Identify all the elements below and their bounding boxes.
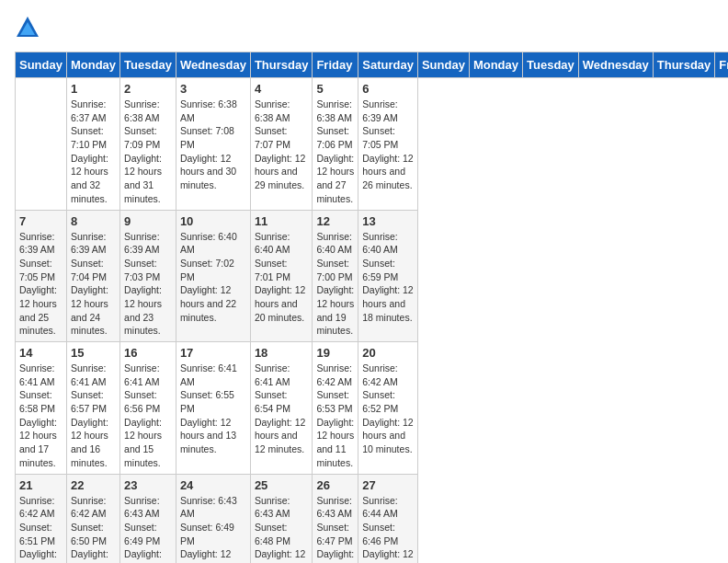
- calendar-cell: 9Sunrise: 6:39 AMSunset: 7:03 PMDaylight…: [120, 210, 176, 342]
- cell-info: Sunrise: 6:41 AMSunset: 6:57 PMDaylight:…: [71, 362, 116, 470]
- cell-info: Sunrise: 6:42 AMSunset: 6:51 PMDaylight:…: [19, 494, 63, 564]
- day-number: 26: [316, 478, 354, 492]
- cell-info: Sunrise: 6:40 AMSunset: 7:00 PMDaylight:…: [316, 230, 354, 339]
- col-header-friday: Friday: [313, 52, 358, 78]
- calendar-cell: 22Sunrise: 6:42 AMSunset: 6:50 PMDayligh…: [66, 474, 119, 563]
- cell-info: Sunrise: 6:39 AMSunset: 7:05 PMDaylight:…: [362, 98, 414, 192]
- col-header-saturday: Saturday: [358, 52, 418, 78]
- calendar-cell: 11Sunrise: 6:40 AMSunset: 7:01 PMDayligh…: [250, 210, 313, 342]
- calendar-cell: 12Sunrise: 6:40 AMSunset: 7:00 PMDayligh…: [313, 210, 358, 342]
- calendar-cell: 21Sunrise: 6:42 AMSunset: 6:51 PMDayligh…: [16, 474, 67, 563]
- day-number: 6: [362, 82, 414, 96]
- day-number: 1: [71, 82, 116, 96]
- cell-info: Sunrise: 6:41 AMSunset: 6:55 PMDaylight:…: [180, 362, 246, 456]
- col-header-thursday: Thursday: [653, 52, 715, 78]
- day-number: 9: [124, 214, 172, 228]
- calendar-cell: 14Sunrise: 6:41 AMSunset: 6:58 PMDayligh…: [16, 342, 67, 475]
- calendar-cell: 23Sunrise: 6:43 AMSunset: 6:49 PMDayligh…: [120, 474, 176, 563]
- calendar-week-row: 21Sunrise: 6:42 AMSunset: 6:51 PMDayligh…: [16, 474, 729, 563]
- col-header-monday: Monday: [66, 52, 119, 78]
- logo-icon: [15, 15, 40, 40]
- col-header-monday: Monday: [469, 52, 522, 78]
- calendar-cell: 26Sunrise: 6:43 AMSunset: 6:47 PMDayligh…: [313, 474, 358, 563]
- day-number: 10: [180, 214, 246, 228]
- day-number: 20: [362, 346, 414, 360]
- logo: [15, 15, 44, 40]
- day-number: 22: [71, 478, 116, 492]
- cell-info: Sunrise: 6:39 AMSunset: 7:04 PMDaylight:…: [71, 230, 116, 339]
- calendar-cell: 3Sunrise: 6:38 AMSunset: 7:08 PMDaylight…: [176, 78, 250, 211]
- cell-info: Sunrise: 6:39 AMSunset: 7:03 PMDaylight:…: [124, 230, 172, 339]
- calendar-cell: 2Sunrise: 6:38 AMSunset: 7:09 PMDaylight…: [120, 78, 176, 211]
- day-number: 15: [71, 346, 116, 360]
- cell-info: Sunrise: 6:42 AMSunset: 6:50 PMDaylight:…: [71, 494, 116, 564]
- day-number: 13: [362, 214, 414, 228]
- calendar-cell: 16Sunrise: 6:41 AMSunset: 6:56 PMDayligh…: [120, 342, 176, 475]
- day-number: 17: [180, 346, 246, 360]
- cell-info: Sunrise: 6:43 AMSunset: 6:48 PMDaylight:…: [255, 494, 309, 564]
- day-number: 12: [316, 214, 354, 228]
- day-number: 23: [124, 478, 172, 492]
- calendar-cell: 4Sunrise: 6:38 AMSunset: 7:07 PMDaylight…: [250, 78, 313, 211]
- col-header-tuesday: Tuesday: [120, 52, 176, 78]
- calendar-cell: 18Sunrise: 6:41 AMSunset: 6:54 PMDayligh…: [250, 342, 313, 475]
- cell-info: Sunrise: 6:38 AMSunset: 7:08 PMDaylight:…: [180, 98, 246, 192]
- day-number: 18: [255, 346, 309, 360]
- day-number: 27: [362, 478, 414, 492]
- cell-info: Sunrise: 6:44 AMSunset: 6:46 PMDaylight:…: [362, 494, 414, 564]
- day-number: 8: [71, 214, 116, 228]
- cell-info: Sunrise: 6:43 AMSunset: 6:49 PMDaylight:…: [180, 494, 246, 564]
- col-header-friday: Friday: [715, 52, 728, 78]
- day-number: 21: [19, 478, 63, 492]
- col-header-sunday: Sunday: [16, 52, 67, 78]
- cell-info: Sunrise: 6:40 AMSunset: 6:59 PMDaylight:…: [362, 230, 414, 325]
- col-header-wednesday: Wednesday: [176, 52, 250, 78]
- calendar-header-row: SundayMondayTuesdayWednesdayThursdayFrid…: [16, 52, 729, 78]
- day-number: 4: [255, 82, 309, 96]
- calendar-cell: 8Sunrise: 6:39 AMSunset: 7:04 PMDaylight…: [66, 210, 119, 342]
- day-number: 2: [124, 82, 172, 96]
- calendar-cell: 1Sunrise: 6:37 AMSunset: 7:10 PMDaylight…: [66, 78, 119, 211]
- cell-info: Sunrise: 6:38 AMSunset: 7:07 PMDaylight:…: [255, 98, 309, 192]
- calendar-cell: 13Sunrise: 6:40 AMSunset: 6:59 PMDayligh…: [358, 210, 418, 342]
- col-header-wednesday: Wednesday: [578, 52, 653, 78]
- calendar-week-row: 1Sunrise: 6:37 AMSunset: 7:10 PMDaylight…: [16, 78, 729, 211]
- calendar-cell: 15Sunrise: 6:41 AMSunset: 6:57 PMDayligh…: [66, 342, 119, 475]
- cell-info: Sunrise: 6:38 AMSunset: 7:06 PMDaylight:…: [316, 98, 354, 206]
- calendar-week-row: 7Sunrise: 6:39 AMSunset: 7:05 PMDaylight…: [16, 210, 729, 342]
- calendar-cell: 10Sunrise: 6:40 AMSunset: 7:02 PMDayligh…: [176, 210, 250, 342]
- calendar-cell: 27Sunrise: 6:44 AMSunset: 6:46 PMDayligh…: [358, 474, 418, 563]
- day-number: 14: [19, 346, 63, 360]
- col-header-tuesday: Tuesday: [523, 52, 579, 78]
- cell-info: Sunrise: 6:39 AMSunset: 7:05 PMDaylight:…: [19, 230, 63, 339]
- cell-info: Sunrise: 6:42 AMSunset: 6:53 PMDaylight:…: [316, 362, 354, 470]
- cell-info: Sunrise: 6:43 AMSunset: 6:49 PMDaylight:…: [124, 494, 172, 564]
- cell-info: Sunrise: 6:43 AMSunset: 6:47 PMDaylight:…: [316, 494, 354, 564]
- calendar-cell: 20Sunrise: 6:42 AMSunset: 6:52 PMDayligh…: [358, 342, 418, 475]
- day-number: 11: [255, 214, 309, 228]
- calendar-cell: 7Sunrise: 6:39 AMSunset: 7:05 PMDaylight…: [16, 210, 67, 342]
- calendar-cell: 24Sunrise: 6:43 AMSunset: 6:49 PMDayligh…: [176, 474, 250, 563]
- cell-info: Sunrise: 6:40 AMSunset: 7:02 PMDaylight:…: [180, 230, 246, 325]
- cell-info: Sunrise: 6:38 AMSunset: 7:09 PMDaylight:…: [124, 98, 172, 206]
- day-number: 24: [180, 478, 246, 492]
- calendar-cell: 5Sunrise: 6:38 AMSunset: 7:06 PMDaylight…: [313, 78, 358, 211]
- day-number: 19: [316, 346, 354, 360]
- col-header-thursday: Thursday: [250, 52, 313, 78]
- calendar-cell: [16, 78, 67, 211]
- page-header: [15, 15, 713, 40]
- day-number: 7: [19, 214, 63, 228]
- day-number: 3: [180, 82, 246, 96]
- cell-info: Sunrise: 6:41 AMSunset: 6:54 PMDaylight:…: [255, 362, 309, 456]
- cell-info: Sunrise: 6:42 AMSunset: 6:52 PMDaylight:…: [362, 362, 414, 456]
- day-number: 5: [316, 82, 354, 96]
- calendar-cell: 17Sunrise: 6:41 AMSunset: 6:55 PMDayligh…: [176, 342, 250, 475]
- calendar-table: SundayMondayTuesdayWednesdayThursdayFrid…: [15, 52, 728, 563]
- cell-info: Sunrise: 6:41 AMSunset: 6:58 PMDaylight:…: [19, 362, 63, 470]
- cell-info: Sunrise: 6:41 AMSunset: 6:56 PMDaylight:…: [124, 362, 172, 470]
- day-number: 25: [255, 478, 309, 492]
- calendar-cell: 25Sunrise: 6:43 AMSunset: 6:48 PMDayligh…: [250, 474, 313, 563]
- cell-info: Sunrise: 6:37 AMSunset: 7:10 PMDaylight:…: [71, 98, 116, 206]
- calendar-cell: 6Sunrise: 6:39 AMSunset: 7:05 PMDaylight…: [358, 78, 418, 211]
- col-header-sunday: Sunday: [417, 52, 469, 78]
